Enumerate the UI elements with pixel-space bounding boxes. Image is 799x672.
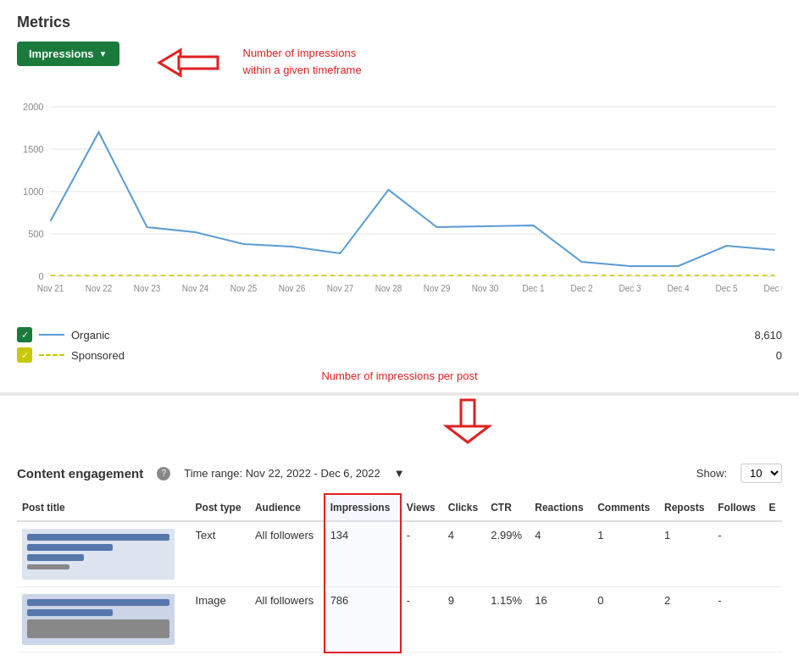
col-follows: Follows [713, 494, 763, 521]
metrics-section: Metrics Impressions ▼ Number of impressi… [0, 0, 799, 396]
impressions-2: 786 [325, 587, 401, 653]
svg-text:Dec 4: Dec 4 [667, 284, 690, 293]
post-type-1: Text [191, 521, 250, 587]
impressions-button-label: Impressions [29, 47, 94, 60]
col-post-type: Post type [191, 494, 250, 521]
show-label: Show: [696, 467, 727, 480]
svg-rect-28 [461, 400, 474, 427]
tooltip-text: Number of impressions within a given tim… [243, 45, 362, 78]
tooltip-area: Impressions ▼ Number of impressions with… [17, 42, 782, 86]
svg-text:Nov 26: Nov 26 [279, 284, 306, 293]
sponsored-line-icon [39, 354, 64, 356]
impressions-button[interactable]: Impressions ▼ [17, 42, 119, 66]
tooltip-line1: Number of impressions [243, 45, 362, 62]
svg-text:Nov 25: Nov 25 [230, 284, 258, 293]
extra-2 [764, 587, 782, 653]
organic-legend-row: ✓ Organic 8,610 [17, 327, 782, 342]
col-ctr: CTR [486, 494, 530, 521]
impressions-1: 134 [325, 521, 401, 587]
thumb-line [27, 609, 113, 616]
sponsored-legend-row: ✓ Sponsored 0 [17, 347, 782, 363]
follows-1: - [713, 521, 763, 587]
thumb-line [27, 544, 113, 551]
thumb-line [27, 564, 69, 569]
svg-text:Dec 3: Dec 3 [619, 284, 641, 293]
comments-2: 0 [592, 587, 659, 653]
organic-value: 8,610 [754, 329, 782, 342]
ctr-1: 2.99% [486, 521, 530, 587]
svg-text:Dec 1: Dec 1 [522, 284, 545, 293]
chevron-down-icon: ▼ [99, 49, 108, 58]
show-select[interactable]: 10 25 50 [741, 464, 782, 483]
svg-text:1500: 1500 [23, 144, 43, 154]
reactions-2: 16 [530, 587, 592, 653]
svg-text:Nov 24: Nov 24 [182, 284, 209, 293]
engagement-section: Content engagement ? Time range: Nov 22,… [0, 450, 799, 662]
legend: ✓ Organic 8,610 ✓ Sponsored 0 [17, 327, 782, 363]
organic-label: Organic [71, 329, 110, 342]
thumb-line [27, 619, 169, 638]
col-post-title: Post title [17, 494, 191, 521]
sponsored-checkbox[interactable]: ✓ [17, 347, 32, 363]
post-type-2: Image [191, 587, 250, 653]
organic-line-icon [39, 334, 64, 336]
svg-text:Nov 23: Nov 23 [134, 284, 161, 293]
sponsored-label: Sponsored [71, 349, 125, 362]
post-thumbnail-1 [22, 529, 175, 580]
ctr-2: 1.15% [486, 587, 530, 653]
post-title-2 [17, 587, 191, 653]
audience-2: All followers [250, 587, 325, 653]
views-2: - [401, 587, 443, 653]
tooltip-line2: within a given timeframe [243, 62, 362, 79]
col-extra: E [764, 494, 782, 521]
organic-checkbox[interactable]: ✓ [17, 327, 32, 342]
svg-rect-1 [179, 57, 218, 69]
thumb-line [27, 599, 169, 606]
reactions-1: 4 [530, 521, 592, 587]
impressions-per-post-label: Number of impressions per post [17, 369, 782, 382]
info-icon: ? [157, 467, 170, 480]
post-title-1 [17, 521, 191, 587]
svg-text:Nov 28: Nov 28 [375, 284, 402, 293]
engagement-header: Content engagement ? Time range: Nov 22,… [17, 464, 782, 483]
thumb-line [27, 554, 84, 561]
views-1: - [401, 521, 443, 587]
metrics-title: Metrics [17, 14, 782, 31]
engagement-title: Content engagement [17, 466, 143, 480]
col-reposts: Reposts [659, 494, 713, 521]
clicks-1: 4 [443, 521, 486, 587]
col-clicks: Clicks [443, 494, 486, 521]
svg-text:Dec 6: Dec 6 [763, 284, 782, 293]
reposts-1: 1 [659, 521, 713, 587]
svg-text:2000: 2000 [23, 102, 43, 112]
table-row: Text All followers 134 - 4 2.99% 4 1 1 - [17, 521, 782, 587]
arrow-annotation [155, 42, 223, 86]
table-row: Image All followers 786 - 9 1.15% 16 0 2… [17, 587, 782, 653]
col-reactions: Reactions [530, 494, 592, 521]
follows-2: - [713, 587, 763, 653]
time-range: Time range: Nov 22, 2022 - Dec 6, 2022 [184, 467, 380, 480]
svg-text:Nov 27: Nov 27 [327, 284, 354, 293]
time-range-dropdown-icon[interactable]: ▼ [394, 467, 405, 480]
clicks-2: 9 [443, 587, 486, 653]
col-impressions: Impressions [325, 494, 401, 521]
post-thumbnail-2 [22, 594, 175, 645]
col-views: Views [401, 494, 443, 521]
svg-text:Nov 30: Nov 30 [472, 284, 499, 293]
svg-marker-0 [159, 50, 180, 75]
audience-1: All followers [250, 521, 325, 587]
chart-container: 2000 1500 1000 500 0 Nov 21 Nov 22 Nov 2… [17, 98, 782, 319]
down-arrow-annotation [136, 396, 799, 447]
svg-text:0: 0 [38, 271, 43, 281]
engagement-table: Post title Post type Audience Impression… [17, 493, 782, 653]
thumb-line [27, 534, 169, 541]
col-comments: Comments [592, 494, 659, 521]
extra-1 [764, 521, 782, 587]
impressions-chart: 2000 1500 1000 500 0 Nov 21 Nov 22 Nov 2… [17, 98, 782, 302]
svg-text:Nov 22: Nov 22 [86, 284, 113, 293]
svg-text:1000: 1000 [23, 186, 43, 197]
comments-1: 1 [592, 521, 659, 587]
svg-text:Nov 29: Nov 29 [424, 284, 451, 293]
col-audience: Audience [250, 494, 325, 521]
svg-text:500: 500 [28, 229, 43, 239]
